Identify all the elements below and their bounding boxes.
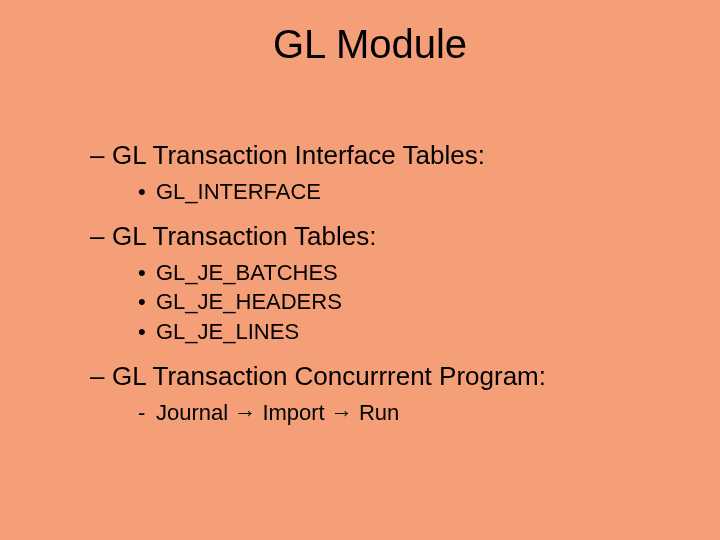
bullet-icon: • — [138, 177, 156, 207]
slide: GL Module – GL Transaction Interface Tab… — [0, 0, 720, 540]
dash-icon: – — [90, 221, 112, 252]
bullet-icon: • — [138, 287, 156, 317]
list-item-text: GL_JE_BATCHES — [156, 258, 338, 288]
list-item-text: Journal → Import → Run — [156, 398, 399, 428]
list-item: • GL_JE_BATCHES — [138, 258, 670, 288]
list-item: - Journal → Import → Run — [138, 398, 670, 428]
bullet-list: - Journal → Import → Run — [138, 398, 670, 428]
section-heading-text: GL Transaction Concurrrent Program: — [112, 361, 546, 392]
bullet-icon: • — [138, 258, 156, 288]
list-item-text: GL_JE_LINES — [156, 317, 299, 347]
section-heading: – GL Transaction Interface Tables: — [90, 140, 670, 171]
dash-icon: – — [90, 140, 112, 171]
list-item: • GL_INTERFACE — [138, 177, 670, 207]
list-item-text: GL_JE_HEADERS — [156, 287, 342, 317]
slide-body: – GL Transaction Interface Tables: • GL_… — [90, 140, 670, 441]
list-item-text: GL_INTERFACE — [156, 177, 321, 207]
dash-icon: – — [90, 361, 112, 392]
section-heading-text: GL Transaction Interface Tables: — [112, 140, 485, 171]
list-item: • GL_JE_HEADERS — [138, 287, 670, 317]
section-heading: – GL Transaction Tables: — [90, 221, 670, 252]
bullet-list: • GL_JE_BATCHES • GL_JE_HEADERS • GL_JE_… — [138, 258, 670, 347]
bullet-list: • GL_INTERFACE — [138, 177, 670, 207]
slide-title: GL Module — [0, 22, 720, 67]
bullet-icon: - — [138, 398, 156, 428]
section-heading-text: GL Transaction Tables: — [112, 221, 376, 252]
list-item: • GL_JE_LINES — [138, 317, 670, 347]
section-heading: – GL Transaction Concurrrent Program: — [90, 361, 670, 392]
bullet-icon: • — [138, 317, 156, 347]
